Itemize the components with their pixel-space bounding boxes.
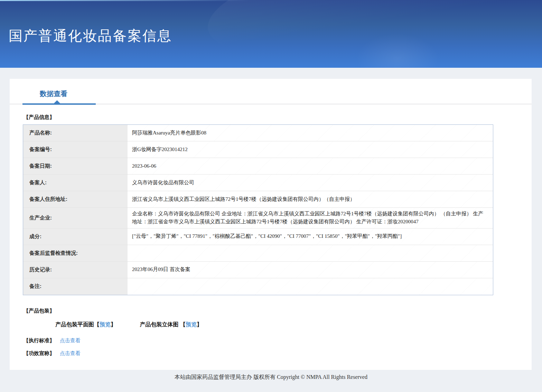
bracket-close: 】 (111, 321, 116, 327)
table-row: 备案编号: 浙G妆网备字2023014212 (23, 141, 493, 158)
field-label: 产品名称: (23, 125, 128, 141)
tab-data-view[interactable]: 数据查看 (40, 89, 67, 99)
table-row: 产品名称: 阿莎瑞雅Asaruya亮片单色眼影08 (23, 125, 493, 141)
tab-divider (10, 104, 532, 104)
product-info-table: 产品名称: 阿莎瑞雅Asaruya亮片单色眼影08 备案编号: 浙G妆网备字20… (23, 124, 493, 295)
section-packaging-title: 【产品包装】 (24, 308, 532, 314)
field-label: 成分: (23, 228, 128, 245)
page-footer: 本站由国家药品监督管理局主办 版权所有 Copyright © NMPA All… (0, 370, 542, 392)
field-value: 浙江省义乌市上溪镇义西工业园区上城路72号1号楼7楼（远扬建设集团有限公司内）（… (128, 191, 493, 207)
efficacy-claim-row: 【功效宣称】点击查看 (24, 350, 532, 357)
packaging-flat-preview-link[interactable]: 预览 (100, 321, 111, 327)
efficacy-claim-title: 【功效宣称】 (24, 350, 55, 356)
field-label: 历史记录: (23, 262, 128, 278)
field-value: 浙G妆网备字2023014212 (128, 141, 493, 158)
packaging-previews: 产品包装平面图【预览】 产品包装立体图 【预览】 (55, 321, 532, 328)
field-value: ["云母"，"聚异丁烯"，"CI 77891"，"棕榈酸乙基己酯"，"CI 42… (128, 228, 493, 245)
field-label: 备案日期: (23, 158, 128, 174)
field-value (128, 245, 493, 261)
execution-standard-title: 【执行标准】 (24, 337, 55, 343)
table-row: 备注: (23, 278, 493, 295)
tab-bar: 数据查看 (10, 79, 532, 104)
bracket-open: 【 (94, 321, 100, 327)
tab-caret-icon (54, 100, 60, 104)
section-product-info-title: 【产品信息】 (24, 114, 532, 121)
execution-standard-view-link[interactable]: 点击查看 (60, 337, 81, 343)
table-row: 备案人住所地址: 浙江省义乌市上溪镇义西工业园区上城路72号1号楼7楼（远扬建设… (23, 191, 493, 208)
table-row: 历史记录: 2023年06月09日 首次备案 (23, 262, 493, 278)
content-card: 数据查看 【产品信息】 产品名称: 阿莎瑞雅Asaruya亮片单色眼影08 备案… (10, 79, 532, 370)
header-decoration-glow (353, 31, 442, 68)
field-value: 2023年06月09日 首次备案 (128, 262, 493, 278)
efficacy-claim-view-link[interactable]: 点击查看 (60, 350, 81, 356)
packaging-stereo-group: 产品包装立体图 【预览】 (140, 321, 202, 328)
table-row: 备案人: 义乌市诗茵化妆品有限公司 (23, 175, 493, 191)
execution-standard-row: 【执行标准】点击查看 (24, 337, 532, 344)
copyright-text: 本站由国家药品监督管理局主办 版权所有 Copyright © NMPA All… (175, 374, 367, 380)
packaging-stereo-preview-link[interactable]: 预览 (186, 321, 197, 327)
field-label: 备案人住所地址: (23, 191, 128, 207)
bracket-close: 】 (197, 321, 202, 327)
table-row: 成分: ["云母"，"聚异丁烯"，"CI 77891"，"棕榈酸乙基己酯"，"C… (23, 228, 493, 245)
field-label: 备案人: (23, 175, 128, 191)
packaging-flat-group: 产品包装平面图【预览】 (55, 321, 116, 328)
table-row: 备案日期: 2023-06-06 (23, 158, 493, 175)
field-value: 义乌市诗茵化妆品有限公司 (128, 175, 493, 191)
field-label: 备注: (23, 278, 128, 295)
field-label: 备案后监督检查情况: (23, 245, 128, 261)
field-value (128, 278, 493, 295)
packaging-stereo-label: 产品包装立体图 (140, 321, 178, 327)
field-value: 企业名称：义乌市诗茵化妆品有限公司 企业地址：浙江省义乌市上溪镇义西工业园区上城… (128, 208, 493, 228)
page-header: 国产普通化妆品备案信息 (0, 0, 542, 68)
field-value: 2023-06-06 (128, 158, 493, 174)
bracket-open: 【 (180, 321, 186, 327)
field-label: 备案编号: (23, 141, 128, 158)
field-label: 生产企业: (23, 208, 128, 228)
header-decoration-sliver (0, 0, 249, 1)
table-row: 生产企业: 企业名称：义乌市诗茵化妆品有限公司 企业地址：浙江省义乌市上溪镇义西… (23, 208, 493, 228)
packaging-flat-label: 产品包装平面图 (55, 321, 94, 327)
table-row: 备案后监督检查情况: (23, 245, 493, 262)
field-value: 阿莎瑞雅Asaruya亮片单色眼影08 (128, 125, 493, 141)
page-title: 国产普通化妆品备案信息 (9, 26, 172, 45)
